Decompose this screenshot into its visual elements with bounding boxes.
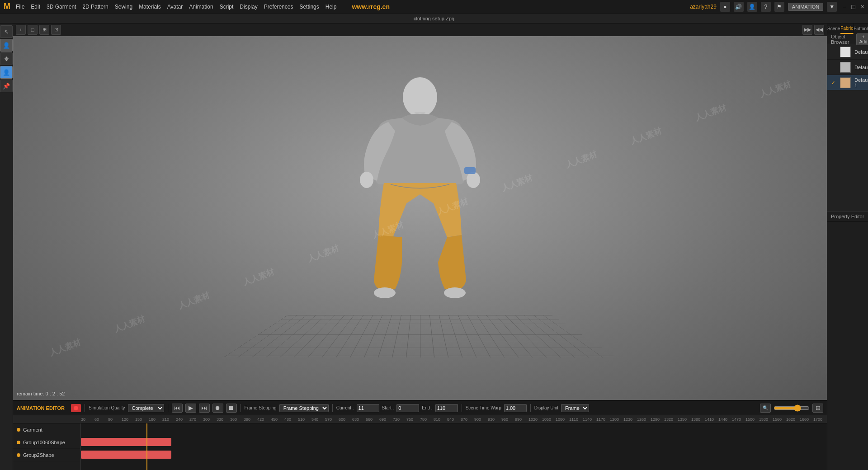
display-unit-select[interactable]: Frame [561, 404, 589, 412]
maximize-button[interactable]: □ [851, 3, 855, 10]
minimize-button[interactable]: − [842, 3, 846, 10]
remain-time: remain time: 0 : 2 : 52 [17, 391, 65, 396]
timeline-tracks: Garment Group10060Shape Group2Shape [13, 423, 827, 470]
menu-animation[interactable]: Animation [189, 4, 213, 10]
ruler-mark: 1440 [718, 417, 732, 422]
sub-btn-expand-left[interactable]: ◀◀ [814, 25, 824, 35]
tool-avatar[interactable]: 👤 [0, 66, 13, 79]
track-dot-garment [17, 428, 20, 432]
current-label: Current : [336, 405, 354, 410]
ruler-mark: 120 [122, 417, 135, 422]
ruler-mark: 840 [447, 417, 461, 422]
sub-btn-camera[interactable]: ⊡ [51, 25, 61, 35]
ruler-mark: 1260 [637, 417, 651, 422]
current-input[interactable] [357, 404, 379, 412]
menu-sewing[interactable]: Sewing [115, 4, 132, 10]
expand-button[interactable]: ⊞ [812, 404, 823, 413]
start-input[interactable] [396, 404, 419, 412]
warp-input[interactable] [504, 404, 527, 412]
icon-btn-3[interactable]: 👤 [747, 2, 757, 12]
end-input[interactable] [435, 404, 458, 412]
track-labels: Garment Group10060Shape Group2Shape [13, 423, 81, 470]
record-button[interactable] [71, 404, 81, 412]
app-logo: M [4, 2, 10, 11]
sim-quality-select[interactable]: Complete [128, 404, 164, 412]
record-toggle-button[interactable]: ⏺ [212, 404, 223, 413]
ruler-mark: 990 [515, 417, 528, 422]
sub-btn-grid[interactable]: ⊞ [39, 25, 49, 35]
svg-rect-4 [464, 167, 476, 174]
ruler-mark: 30 [81, 417, 94, 422]
animation-badge: ANIMATION [788, 3, 823, 11]
ruler-mark: 960 [501, 417, 515, 422]
frame-step-label: Frame Stepping [245, 405, 277, 410]
keyframe-bar-group1[interactable] [81, 438, 171, 446]
stop-button[interactable]: ⏹ [226, 404, 237, 413]
playhead[interactable] [146, 423, 147, 470]
tool-move[interactable]: ✥ [0, 52, 13, 65]
keyframe-bar-group2[interactable] [81, 451, 171, 459]
site-watermark: www.rrcg.cn [352, 3, 390, 10]
sub-btn-square[interactable]: □ [28, 25, 38, 35]
frame-step-select[interactable]: Frame Stepping [279, 404, 329, 412]
viewport[interactable]: 人人素材人人素材人人素材 人人素材人人素材人人素材 人人素材人人素材人人素材 人… [13, 36, 827, 400]
ruler-mark: 870 [461, 417, 474, 422]
icon-btn-5[interactable]: ⚑ [774, 2, 784, 12]
close-button[interactable]: × [861, 3, 864, 10]
sim-quality-label: Simulation Quality [89, 405, 125, 410]
menu-display[interactable]: Display [240, 4, 257, 10]
tool-select[interactable]: 👤 [0, 39, 13, 52]
fabric-item-0[interactable]: Default Fabric [827, 44, 868, 60]
menu-script[interactable]: Script [220, 4, 234, 10]
tab-fabric[interactable]: Fabric [840, 24, 854, 34]
icon-btn-2[interactable]: 🔊 [734, 2, 744, 12]
fabric-item-2[interactable]: ✓ Default Fabric Copy 1 [827, 75, 868, 90]
right-panel-tabs: Scene Fabric Button Buttonhole Topstitc [827, 24, 868, 34]
icon-btn-4[interactable]: ? [761, 2, 771, 12]
menu-settings[interactable]: Settings [299, 4, 319, 10]
end-label: End : [422, 405, 432, 410]
tab-button[interactable]: Button [854, 24, 867, 34]
ruler-mark: 150 [135, 417, 149, 422]
ruler-mark: 1140 [583, 417, 596, 422]
ruler-mark: 720 [393, 417, 406, 422]
menu-edit[interactable]: Edit [31, 4, 40, 10]
tool-arrow[interactable]: ↖ [0, 25, 13, 38]
add-fabric-button[interactable]: + Add [856, 33, 868, 45]
svg-point-3 [467, 172, 480, 188]
timeline-zoom-slider[interactable] [774, 404, 810, 412]
menu-materials[interactable]: Materials [139, 4, 161, 10]
menu-2d-pattern[interactable]: 2D Pattern [82, 4, 108, 10]
sub-btn-plus[interactable]: + [16, 25, 26, 35]
anim-controls: ANIMATION EDITOR Simulation Quality Comp… [13, 401, 827, 415]
rewind-button[interactable]: ⏮ [172, 404, 183, 413]
ruler-mark: 540 [311, 417, 325, 422]
timeline-ruler: 3060901201501802102402703003303603904204… [13, 415, 827, 423]
track-row-group1 [81, 436, 827, 449]
fabric-item-1[interactable]: Default Fabric [827, 60, 868, 75]
tab-scene[interactable]: Scene [827, 24, 840, 34]
ruler-mark: 630 [352, 417, 366, 422]
menu-preferences[interactable]: Preferences [264, 4, 293, 10]
property-editor-header: Property Editor ⊞ [827, 211, 868, 222]
sub-btn-expand-right[interactable]: ▶▶ [802, 25, 812, 35]
svg-point-6 [444, 287, 466, 298]
ruler-mark: 780 [420, 417, 434, 422]
play-button[interactable]: ▶ [185, 404, 196, 413]
icon-btn-1[interactable]: ● [720, 2, 730, 12]
property-editor-label: Property Editor [831, 214, 864, 219]
menu-3d-garment[interactable]: 3D Garment [47, 4, 76, 10]
next-frame-button[interactable]: ⏭ [199, 404, 210, 413]
tool-pin[interactable]: 📌 [0, 80, 13, 92]
main-layout: ↖ 👤 ✥ 👤 📌 + □ ⊞ ⊡ ▶▶ ◀◀ [0, 24, 868, 470]
menu-avatar[interactable]: Avatar [167, 4, 183, 10]
zoom-in-button[interactable]: 🔍 [760, 404, 771, 413]
track-dot-group2 [17, 453, 20, 457]
menu-file[interactable]: File [16, 4, 24, 10]
ruler-mark: 1110 [569, 417, 583, 422]
menu-help[interactable]: Help [326, 4, 337, 10]
track-content[interactable] [81, 423, 827, 470]
icon-btn-chevron[interactable]: ▼ [827, 2, 837, 12]
fabric-name-0: Default Fabric [854, 49, 868, 55]
ruler-mark: 90 [108, 417, 122, 422]
